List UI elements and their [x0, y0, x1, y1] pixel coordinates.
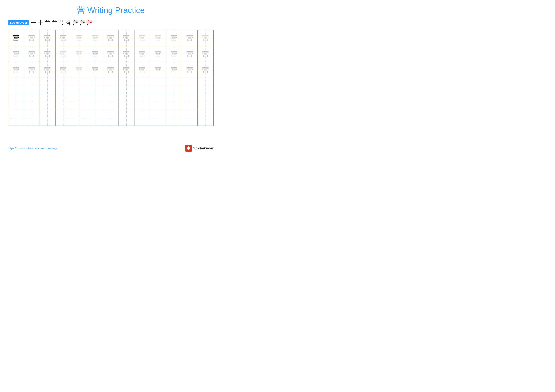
cell-2-13[interactable]: 营	[197, 46, 213, 62]
cell-3-12[interactable]: 营	[182, 62, 197, 78]
char-display: 营	[107, 51, 114, 57]
cell-6-13[interactable]	[197, 110, 213, 126]
cell-4-1[interactable]	[8, 78, 24, 94]
cell-3-5[interactable]: 营	[71, 62, 87, 78]
cell-4-7[interactable]	[103, 78, 119, 94]
cell-1-2[interactable]: 营	[24, 30, 40, 46]
cell-5-12[interactable]	[182, 94, 197, 110]
char-display: 营	[202, 67, 209, 73]
cell-1-1[interactable]: 营	[8, 30, 24, 46]
cell-5-6[interactable]	[87, 94, 103, 110]
cell-3-9[interactable]: 营	[134, 62, 150, 78]
char-display: 营	[28, 67, 35, 73]
cell-1-13[interactable]: 营	[197, 30, 213, 46]
cell-4-4[interactable]	[56, 78, 71, 94]
cell-4-5[interactable]	[71, 78, 87, 94]
cell-2-5[interactable]: 营	[71, 46, 87, 62]
char-display: 营	[92, 35, 98, 41]
cell-2-7[interactable]: 营	[103, 46, 119, 62]
char-display: 营	[139, 35, 146, 41]
cell-4-13[interactable]	[197, 78, 213, 94]
cell-3-8[interactable]: 营	[119, 62, 134, 78]
cell-5-2[interactable]	[24, 94, 40, 110]
cell-6-6[interactable]	[87, 110, 103, 126]
cell-5-13[interactable]	[197, 94, 213, 110]
cell-5-3[interactable]	[40, 94, 56, 110]
cell-2-11[interactable]: 营	[166, 46, 182, 62]
cell-3-6[interactable]: 营	[87, 62, 103, 78]
char-display: 营	[44, 35, 51, 41]
cell-1-11[interactable]: 营	[166, 30, 182, 46]
practice-grid: 营 营 营 营 营 营 营 营 营 营 营 营 营 营 营 营 营 营 营 营 …	[8, 30, 214, 126]
cell-2-9[interactable]: 营	[134, 46, 150, 62]
cell-5-4[interactable]	[56, 94, 71, 110]
cell-1-7[interactable]: 营	[103, 30, 119, 46]
cell-4-11[interactable]	[166, 78, 182, 94]
cell-6-8[interactable]	[119, 110, 134, 126]
char-display: 营	[186, 35, 193, 41]
char-display: 营	[202, 51, 209, 57]
grid-row-4	[8, 78, 213, 94]
cell-3-3[interactable]: 营	[40, 62, 56, 78]
cell-2-10[interactable]: 营	[150, 46, 166, 62]
stroke-7: 营	[73, 19, 78, 27]
char-display: 营	[92, 67, 98, 73]
char-display: 营	[13, 67, 19, 73]
cell-6-12[interactable]	[182, 110, 197, 126]
char-display: 营	[123, 67, 130, 73]
cell-4-6[interactable]	[87, 78, 103, 94]
cell-2-4[interactable]: 营	[56, 46, 71, 62]
cell-5-5[interactable]	[71, 94, 87, 110]
footer-url[interactable]: https://www.strokeorder.com/chinese/营	[8, 146, 58, 150]
char-display: 营	[76, 51, 82, 57]
cell-5-9[interactable]	[134, 94, 150, 110]
cell-2-2[interactable]: 营	[24, 46, 40, 62]
cell-5-7[interactable]	[103, 94, 119, 110]
cell-5-8[interactable]	[119, 94, 134, 110]
cell-3-1[interactable]: 营	[8, 62, 24, 78]
cell-4-10[interactable]	[150, 78, 166, 94]
cell-1-12[interactable]: 营	[182, 30, 197, 46]
cell-6-4[interactable]	[56, 110, 71, 126]
char-display: 营	[123, 51, 130, 57]
cell-3-11[interactable]: 营	[166, 62, 182, 78]
cell-3-10[interactable]: 营	[150, 62, 166, 78]
footer: https://www.strokeorder.com/chinese/营 字 …	[8, 145, 214, 152]
cell-4-2[interactable]	[24, 78, 40, 94]
char-display: 营	[171, 35, 177, 41]
cell-5-11[interactable]	[166, 94, 182, 110]
cell-6-11[interactable]	[166, 110, 182, 126]
cell-2-8[interactable]: 营	[119, 46, 134, 62]
cell-5-1[interactable]	[8, 94, 24, 110]
cell-1-9[interactable]: 营	[134, 30, 150, 46]
cell-1-10[interactable]: 营	[150, 30, 166, 46]
cell-6-2[interactable]	[24, 110, 40, 126]
cell-1-4[interactable]: 营	[56, 30, 71, 46]
cell-6-5[interactable]	[71, 110, 87, 126]
cell-3-2[interactable]: 营	[24, 62, 40, 78]
cell-3-7[interactable]: 营	[103, 62, 119, 78]
cell-4-8[interactable]	[119, 78, 134, 94]
char-display: 营	[28, 51, 35, 57]
cell-1-8[interactable]: 营	[119, 30, 134, 46]
cell-5-10[interactable]	[150, 94, 166, 110]
cell-6-3[interactable]	[40, 110, 56, 126]
cell-2-1[interactable]: 营	[8, 46, 24, 62]
cell-1-6[interactable]: 营	[87, 30, 103, 46]
logo-text: StrokeOrder	[193, 146, 214, 150]
cell-1-5[interactable]: 营	[71, 30, 87, 46]
cell-2-12[interactable]: 营	[182, 46, 197, 62]
cell-2-6[interactable]: 营	[87, 46, 103, 62]
cell-1-3[interactable]: 营	[40, 30, 56, 46]
cell-3-13[interactable]: 营	[197, 62, 213, 78]
char-display: 营	[60, 51, 67, 57]
cell-4-9[interactable]	[134, 78, 150, 94]
cell-6-7[interactable]	[103, 110, 119, 126]
cell-6-9[interactable]	[134, 110, 150, 126]
cell-6-1[interactable]	[8, 110, 24, 126]
cell-4-3[interactable]	[40, 78, 56, 94]
cell-6-10[interactable]	[150, 110, 166, 126]
cell-3-4[interactable]: 营	[56, 62, 71, 78]
cell-4-12[interactable]	[182, 78, 197, 94]
cell-2-3[interactable]: 营	[40, 46, 56, 62]
